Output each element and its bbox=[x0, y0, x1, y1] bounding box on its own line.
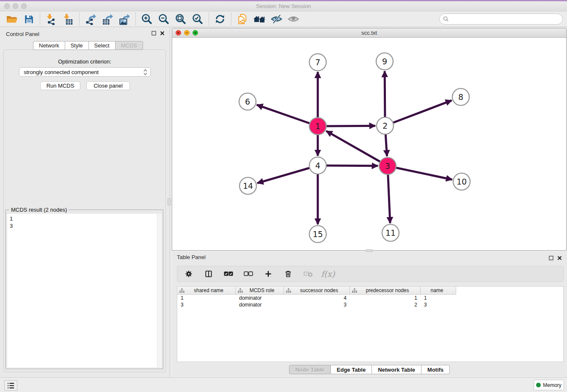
task-history-button[interactable] bbox=[4, 380, 17, 391]
search-box[interactable] bbox=[439, 14, 563, 25]
function-builder-button[interactable]: f(x) bbox=[322, 268, 333, 279]
apply-layout-button[interactable] bbox=[212, 12, 228, 26]
table-row[interactable]: 3dominator323 bbox=[177, 301, 563, 308]
graph-edge-3-1[interactable] bbox=[326, 131, 388, 166]
toolbar-divider bbox=[209, 13, 209, 25]
first-neighbors-button[interactable] bbox=[251, 12, 268, 26]
close-panel-icon[interactable] bbox=[160, 31, 165, 36]
criterion-value: strongly connected component bbox=[24, 69, 99, 75]
tab-motifs[interactable]: Motifs bbox=[421, 365, 450, 374]
column-header-MCDS-role[interactable]: MCDS role bbox=[236, 287, 284, 295]
table-row[interactable]: 1dominator411 bbox=[177, 295, 563, 301]
close-view-icon[interactable] bbox=[176, 30, 181, 36]
graph-edge-4-14[interactable] bbox=[257, 166, 318, 183]
tab-node-table[interactable]: Node Table bbox=[289, 365, 331, 374]
hide-eye-icon bbox=[270, 14, 283, 25]
run-mcds-button[interactable]: Run MCDS bbox=[40, 81, 80, 90]
tab-edge-table[interactable]: Edge Table bbox=[331, 365, 372, 374]
table-header-row: shared nameMCDS rolesuccessor nodesprede… bbox=[177, 287, 563, 295]
import-network-icon bbox=[46, 14, 57, 25]
column-header-successor-nodes[interactable]: successor nodes bbox=[284, 287, 350, 295]
mcds-result-item[interactable]: 1 bbox=[7, 214, 162, 222]
main-toolbar bbox=[0, 11, 567, 27]
tab-style[interactable]: Style bbox=[65, 41, 89, 50]
graph-edge-3-10[interactable] bbox=[388, 166, 452, 179]
table-cell[interactable]: 1 bbox=[350, 295, 421, 301]
node-table[interactable]: shared nameMCDS rolesuccessor nodesprede… bbox=[177, 286, 564, 362]
table-panel-tabs: Node Table Edge Table Network Table Moti… bbox=[172, 365, 567, 374]
tab-network-table[interactable]: Network Table bbox=[372, 365, 421, 374]
new-network-from-selection-button[interactable] bbox=[234, 12, 251, 26]
export-image-button[interactable] bbox=[116, 12, 133, 26]
table-cell[interactable]: 3 bbox=[284, 301, 350, 308]
delete-table-icon bbox=[303, 270, 313, 278]
table-cell[interactable]: 3 bbox=[177, 301, 236, 308]
zoom-fit-button[interactable] bbox=[172, 12, 189, 26]
table-cell[interactable]: 3 bbox=[421, 301, 456, 308]
table-settings-button[interactable] bbox=[183, 268, 194, 279]
toolbar-divider bbox=[79, 13, 80, 25]
zoom-window-icon[interactable] bbox=[21, 3, 27, 9]
mcds-result-list[interactable]: 13 bbox=[7, 214, 162, 367]
import-network-button[interactable] bbox=[43, 12, 60, 26]
tab-mcds[interactable]: MCDS bbox=[116, 41, 143, 50]
graph-node-label: 11 bbox=[385, 228, 396, 237]
zoom-out-button[interactable] bbox=[155, 12, 172, 26]
memory-button[interactable]: Memory bbox=[534, 380, 564, 390]
close-panel-button[interactable]: Close panel bbox=[86, 81, 130, 90]
show-eye-icon bbox=[287, 14, 300, 25]
tab-select[interactable]: Select bbox=[89, 41, 116, 50]
table-cell[interactable]: dominator bbox=[236, 295, 284, 301]
float-panel-icon[interactable] bbox=[549, 256, 553, 260]
show-column-selector-button[interactable] bbox=[203, 268, 214, 279]
graph-edge-1-6[interactable] bbox=[257, 105, 318, 126]
table-cell[interactable]: 2 bbox=[350, 301, 421, 308]
hide-selected-button[interactable] bbox=[268, 12, 285, 26]
select-all-columns-button[interactable] bbox=[223, 268, 234, 279]
unselect-all-columns-button[interactable] bbox=[243, 268, 254, 279]
float-panel-icon[interactable] bbox=[151, 31, 156, 36]
export-table-button[interactable] bbox=[99, 12, 116, 26]
app-traffic-lights[interactable] bbox=[4, 3, 27, 9]
column-header-shared-name[interactable]: shared name bbox=[177, 287, 236, 295]
minimize-view-icon[interactable] bbox=[184, 30, 190, 36]
table-cell[interactable]: 4 bbox=[284, 295, 350, 301]
mcds-result-item[interactable]: 3 bbox=[7, 222, 162, 229]
graph-node-label: 10 bbox=[457, 177, 467, 186]
window-title: Session: New Session bbox=[0, 1, 567, 11]
create-column-button[interactable] bbox=[263, 268, 274, 279]
zoom-view-icon[interactable] bbox=[193, 30, 198, 36]
close-panel-icon[interactable] bbox=[557, 256, 562, 260]
scrollbar-track[interactable] bbox=[157, 214, 162, 367]
zoom-fit-icon bbox=[175, 13, 187, 25]
export-network-button[interactable] bbox=[82, 12, 99, 26]
zoom-selected-button[interactable] bbox=[189, 12, 206, 26]
open-session-button[interactable] bbox=[3, 12, 20, 26]
search-input[interactable] bbox=[451, 15, 562, 23]
table-cell[interactable]: 1 bbox=[421, 295, 456, 301]
zoom-in-button[interactable] bbox=[138, 12, 155, 26]
column-header-name[interactable]: name bbox=[421, 287, 456, 295]
network-window-titlebar[interactable]: scc.txt bbox=[172, 28, 566, 38]
graph-edge-2-8[interactable] bbox=[385, 100, 451, 126]
table-cell[interactable]: dominator bbox=[236, 301, 284, 308]
column-header-predecessor-nodes[interactable]: predecessor nodes bbox=[350, 287, 421, 295]
close-window-icon[interactable] bbox=[4, 3, 10, 9]
table-panel: Table Panel bbox=[172, 252, 567, 376]
checked-boxes-icon bbox=[224, 271, 233, 276]
show-all-button[interactable] bbox=[285, 12, 302, 26]
network-canvas[interactable]: 7968124314101511 bbox=[172, 38, 566, 250]
graph-node-label: 3 bbox=[385, 161, 390, 171]
table-cell[interactable]: 1 bbox=[177, 295, 236, 301]
tab-network[interactable]: Network bbox=[33, 41, 65, 50]
delete-column-button[interactable] bbox=[283, 268, 294, 279]
save-session-button[interactable] bbox=[20, 12, 37, 26]
minimize-window-icon[interactable] bbox=[13, 3, 18, 9]
criterion-select[interactable]: strongly connected component bbox=[19, 67, 151, 77]
graph-edge-4-3[interactable] bbox=[318, 166, 378, 166]
export-image-icon bbox=[119, 14, 130, 25]
vertical-splitter-handle[interactable] bbox=[168, 198, 171, 205]
import-table-button[interactable] bbox=[60, 12, 77, 26]
delete-table-button[interactable] bbox=[303, 268, 314, 279]
graph-node-label: 15 bbox=[313, 229, 323, 239]
